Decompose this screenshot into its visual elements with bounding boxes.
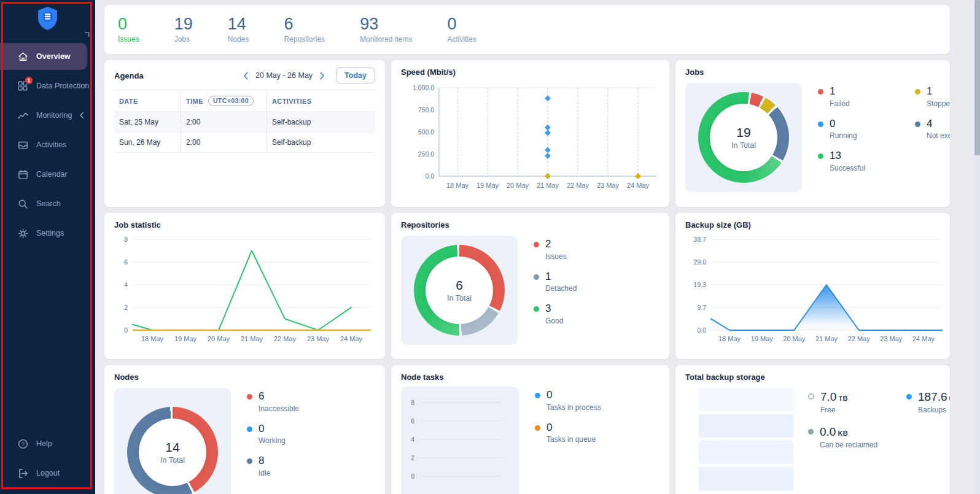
legend-item: 0Tasks in queue — [535, 422, 601, 444]
chevron-left-icon[interactable] — [79, 112, 84, 119]
svg-text:22 May: 22 May — [567, 182, 589, 189]
legend-dot — [534, 242, 539, 247]
sidebar-item-label: Logout — [36, 469, 60, 477]
svg-text:38.7: 38.7 — [694, 236, 707, 243]
home-icon — [17, 50, 29, 63]
today-button[interactable]: Today — [336, 68, 375, 83]
sidebar-item-monitoring[interactable]: Monitoring — [0, 102, 95, 129]
stat-nodes: 14 Nodes — [228, 15, 249, 43]
sidebar-item-search[interactable]: Search — [0, 190, 95, 217]
stat-repositories: 6 Repositories — [284, 15, 325, 43]
date-range-label: 20 May - 26 May — [255, 71, 313, 80]
svg-text:21 May: 21 May — [815, 335, 838, 342]
legend-dot — [818, 122, 823, 127]
sidebar-item-calendar[interactable]: Calendar — [0, 161, 95, 188]
legend-item: 0Tasks in process — [535, 389, 601, 412]
stat-value: 6 — [284, 15, 325, 33]
stat-value: 0 — [448, 15, 476, 33]
sidebar-item-activities[interactable]: Activities — [0, 131, 95, 158]
stat-label: Activities — [448, 35, 476, 44]
legend-label: Tasks in queue — [546, 435, 596, 444]
legend-item: 187.6GB Backups — [906, 390, 950, 414]
nodes-donut-panel: 14 In Total — [114, 388, 231, 494]
svg-text:2: 2 — [124, 304, 128, 311]
legend-label: Can be reclaimed — [820, 441, 877, 449]
svg-text:20 May: 20 May — [783, 335, 806, 342]
card-title: Nodes — [114, 372, 375, 382]
agenda-time: 2:00 — [181, 133, 266, 152]
gear-icon — [17, 227, 29, 239]
legend-ring — [808, 393, 814, 399]
card-title: Job statistic — [114, 220, 375, 230]
legend-value: 7.0 — [820, 390, 836, 403]
agenda-time: 2:00 — [181, 112, 266, 132]
legend-value: 1 — [927, 85, 950, 98]
legend-label: Good — [545, 317, 563, 325]
sidebar-item-data-protection[interactable]: 1 Data Protection — [0, 72, 95, 99]
svg-text:6: 6 — [411, 417, 414, 425]
agenda-row: Sat, 25 May 2:00 Self-backup — [114, 112, 375, 133]
total-backup-storage-card: Total backup storage 7.0TB Free — [675, 365, 950, 494]
svg-text:1,000.0: 1,000.0 — [413, 84, 434, 91]
backup-size-chart: 0.09.719.329.038.718 May19 May20 May21 M… — [685, 231, 940, 356]
repositories-legend: 2Issues 1Detached 3Good — [534, 238, 577, 345]
sidebar-item-settings[interactable]: Settings — [0, 220, 95, 247]
scrollbar-thumb[interactable] — [974, 0, 980, 155]
sidebar-item-label: Data Protection — [36, 82, 89, 90]
legend-value: 0 — [259, 423, 286, 435]
svg-text:18 May: 18 May — [446, 182, 469, 189]
nodes-legend: 6Inaccessible 0Working 8Idle — [247, 390, 299, 494]
legend-value: 3 — [545, 303, 563, 315]
svg-text:24 May: 24 May — [912, 335, 935, 342]
stat-value: 0 — [118, 15, 139, 33]
legend-dot — [535, 425, 540, 431]
card-title: Speed (Mbit/s) — [401, 68, 659, 77]
jobs-donut-chart: 19 In Total — [698, 92, 789, 183]
sidebar-item-overview[interactable]: Overview — [0, 43, 87, 70]
donut-total-label: In Total — [731, 141, 756, 150]
svg-text:4: 4 — [411, 436, 414, 443]
legend-label: Free — [820, 406, 848, 414]
svg-text:750.0: 750.0 — [418, 106, 434, 114]
legend-item: 4Not executed — [915, 118, 950, 141]
summary-stats-card: 0 Issues 19 Jobs 14 Nodes 6 Repositories… — [104, 5, 950, 54]
legend-value: 1 — [830, 85, 850, 98]
stat-label: Repositories — [284, 35, 325, 44]
node-tasks-legend: 0Tasks in process 0Tasks in queue — [535, 389, 601, 494]
donut-total: 6 — [456, 278, 463, 293]
legend-label: Backups — [918, 406, 950, 414]
legend-dot — [818, 89, 823, 95]
legend-value: 4 — [927, 118, 950, 130]
stat-activities: 0 Activities — [448, 15, 476, 43]
agenda-table: DATE TIME UTC+03:00 ACTIVITIES Sat, 25 M… — [114, 90, 375, 153]
sidebar: Overview 1 Data Protection Monitoring Ac… — [0, 0, 95, 494]
storage-bar — [699, 467, 793, 490]
sidebar-resize-icon[interactable] — [84, 32, 90, 37]
dashboard-grid: Agenda 20 May - 26 May Today DATE TIME U… — [104, 60, 950, 494]
sidebar-item-label: Overview — [36, 52, 71, 61]
legend-value: 0 — [546, 389, 601, 401]
donut-total: 14 — [165, 440, 179, 455]
nodes-card: Nodes 14 In Total 6Inaccessible — [104, 365, 385, 494]
column-header-label: TIME — [186, 98, 203, 105]
column-header-time: TIME UTC+03:00 — [181, 90, 266, 112]
next-week-button[interactable] — [319, 71, 326, 81]
legend-dot — [534, 306, 539, 312]
legend-label: Tasks in process — [546, 403, 601, 412]
svg-text:6: 6 — [124, 258, 128, 266]
legend-value: 2 — [545, 238, 567, 250]
legend-dot — [247, 394, 252, 399]
prev-week-button[interactable] — [242, 71, 249, 81]
sidebar-item-help[interactable]: ? Help — [0, 430, 95, 457]
legend-dot — [247, 426, 252, 432]
legend-label: Idle — [259, 469, 270, 477]
grid-icon: 1 — [17, 80, 29, 92]
agenda-activity: Self-backup — [266, 112, 375, 132]
sidebar-item-label: Help — [36, 439, 52, 448]
svg-text:19.3: 19.3 — [694, 281, 707, 288]
svg-text:4: 4 — [124, 281, 128, 288]
storage-bar — [699, 414, 793, 438]
sidebar-item-logout[interactable]: Logout — [0, 460, 95, 487]
legend-value: 187.6 — [918, 390, 947, 403]
sidebar-item-label: Settings — [36, 229, 64, 237]
